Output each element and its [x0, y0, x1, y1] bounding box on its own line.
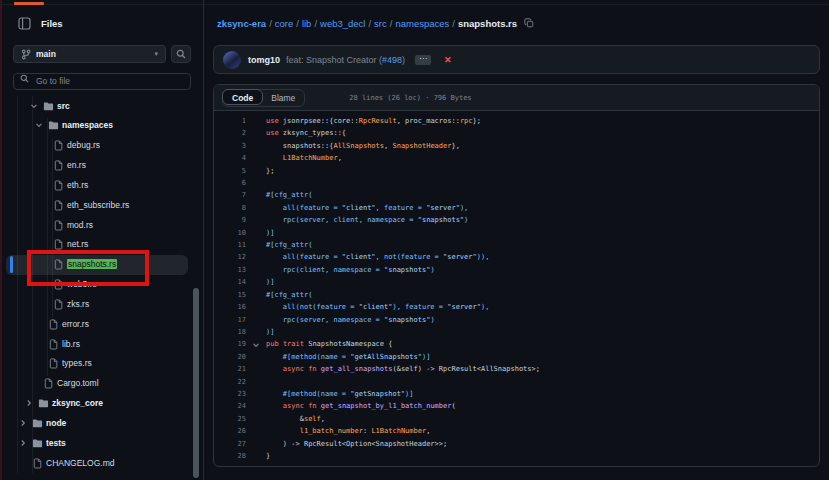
code-text: #[cfg_attr(	[266, 239, 312, 251]
code-line: 20 #[method(name = "getAllSnapshots")]	[214, 351, 819, 363]
avatar[interactable]	[223, 51, 241, 69]
tree-item-tests[interactable]: tests	[6, 433, 188, 453]
tree-item-eth-rs[interactable]: eth.rs	[6, 175, 188, 195]
copy-path-icon[interactable]	[524, 18, 534, 28]
line-number[interactable]: 11	[222, 239, 246, 251]
line-number[interactable]: 24	[222, 400, 246, 412]
tree-item-label: src	[57, 101, 70, 111]
tab-code[interactable]: Code	[222, 89, 263, 105]
line-number[interactable]: 16	[222, 301, 246, 313]
search-this-repo-button[interactable]	[171, 45, 191, 63]
file-icon	[53, 299, 64, 310]
tree-item-label: web3.rs	[67, 279, 97, 289]
ci-status-failed-icon[interactable]: ✕	[444, 55, 452, 65]
line-number[interactable]: 17	[222, 314, 246, 326]
tree-item-node[interactable]: node	[6, 414, 188, 434]
breadcrumb-separator: /	[314, 18, 317, 29]
pr-link[interactable]: #498	[382, 55, 402, 65]
tree-item-eth-subscribe-rs[interactable]: eth_subscribe.rs	[6, 195, 188, 215]
commit-message[interactable]: feat: Snapshot Creator (#498)	[286, 55, 405, 65]
line-number[interactable]: 6	[222, 177, 246, 189]
line-number[interactable]: 27	[222, 438, 246, 450]
line-number[interactable]: 13	[222, 264, 246, 276]
file-icon	[53, 259, 64, 270]
line-number[interactable]: 7	[222, 189, 246, 201]
line-number[interactable]: 26	[222, 425, 246, 437]
line-number[interactable]: 2	[222, 127, 246, 139]
line-number[interactable]: 14	[222, 276, 246, 288]
line-number[interactable]: 10	[222, 227, 246, 239]
line-number[interactable]: 21	[222, 363, 246, 375]
tree-item-web3-rs[interactable]: web3.rs	[6, 275, 188, 295]
code-text: )]	[266, 326, 274, 338]
line-number[interactable]: 20	[222, 351, 246, 363]
commit-details-button[interactable]: ⋯	[415, 55, 431, 65]
code-line: 26 l1_batch_number: L1BatchNumber,	[214, 425, 819, 437]
line-number[interactable]: 3	[222, 140, 246, 152]
tree-item-mod-rs[interactable]: mod.rs	[6, 215, 188, 235]
tree-item-zksync-core[interactable]: zksync_core	[6, 394, 188, 414]
file-icon	[32, 458, 43, 469]
fold-chevron-icon[interactable]	[246, 338, 266, 350]
file-icon	[53, 160, 64, 171]
code-text: }	[266, 450, 270, 462]
sidebar-scrollbar-thumb[interactable]	[193, 288, 199, 478]
tree-item-label: mod.rs	[67, 220, 93, 230]
branch-name: main	[36, 49, 149, 59]
tree-item-label: CHANGELOG.md	[46, 458, 115, 468]
tree-item-label: types.rs	[62, 358, 92, 368]
tab-blame[interactable]: Blame	[262, 90, 304, 106]
code-text: )]	[266, 227, 274, 239]
tree-item-namespaces[interactable]: namespaces	[6, 116, 188, 136]
line-number[interactable]: 9	[222, 214, 246, 226]
code-line: 23 #[method(name = "getSnapshot")]	[214, 388, 819, 400]
tree-item-debug-rs[interactable]: debug.rs	[6, 136, 188, 156]
tree-item-error-rs[interactable]: error.rs	[6, 314, 188, 334]
line-number[interactable]: 5	[222, 165, 246, 177]
tree-item-changelog-md[interactable]: CHANGELOG.md	[6, 453, 188, 473]
tree-item-src[interactable]: src	[6, 96, 188, 116]
breadcrumb-separator: /	[368, 18, 371, 29]
code-line: 16 all(not(feature = "client"), feature …	[214, 301, 819, 313]
tree-item-cargo-toml[interactable]: Cargo.toml	[6, 374, 188, 394]
code-text: #[method(name = "getSnapshot")]	[266, 388, 414, 400]
code-line: 7 #[cfg_attr(	[214, 189, 819, 201]
goto-file-input[interactable]	[13, 73, 191, 90]
breadcrumb: zksync-era/core/lib/web3_decl/src/namesp…	[217, 15, 534, 31]
code-text: snapshots::{AllSnapshots, SnapshotHeader…	[266, 140, 460, 152]
breadcrumb-link-src[interactable]: src	[374, 18, 387, 29]
collapse-sidebar-icon[interactable]	[17, 16, 32, 31]
breadcrumb-link-namespaces[interactable]: namespaces	[395, 18, 449, 29]
tree-item-zks-rs[interactable]: zks.rs	[6, 294, 188, 314]
code-line: 3 snapshots::{AllSnapshots, SnapshotHead…	[214, 140, 819, 152]
breadcrumb-link-core[interactable]: core	[275, 18, 293, 29]
tree-item-snapshots-rs[interactable]: snapshots.rs	[6, 255, 188, 275]
tree-item-net-rs[interactable]: net.rs	[6, 235, 188, 255]
line-number[interactable]: 1	[222, 115, 246, 127]
line-number[interactable]: 18	[222, 326, 246, 338]
line-number[interactable]: 22	[222, 376, 246, 388]
folder-icon	[38, 398, 49, 409]
breadcrumb-separator: /	[390, 18, 393, 29]
breadcrumb-link-lib[interactable]: lib	[302, 18, 312, 29]
file-icon	[53, 140, 64, 151]
tree-item-types-rs[interactable]: types.rs	[6, 354, 188, 374]
line-number[interactable]: 25	[222, 413, 246, 425]
line-number[interactable]: 23	[222, 388, 246, 400]
commit-author[interactable]: tomg10	[248, 55, 280, 65]
code-line: 5 };	[214, 165, 819, 177]
line-number[interactable]: 15	[222, 289, 246, 301]
line-number[interactable]: 4	[222, 152, 246, 164]
breadcrumb-link-web3_decl[interactable]: web3_decl	[320, 18, 365, 29]
code-text: L1BatchNumber,	[266, 152, 342, 164]
code-text: all(not(feature = "client"), feature = "…	[266, 301, 489, 313]
line-number[interactable]: 12	[222, 251, 246, 263]
line-number[interactable]: 28	[222, 450, 246, 462]
tree-item-en-rs[interactable]: en.rs	[6, 156, 188, 176]
line-number[interactable]: 8	[222, 202, 246, 214]
tree-item-lib-rs[interactable]: lib.rs	[6, 334, 188, 354]
file-icon	[48, 339, 59, 350]
branch-selector[interactable]: main ▾	[13, 45, 166, 63]
line-number[interactable]: 19	[222, 338, 246, 350]
breadcrumb-link-zksync-era[interactable]: zksync-era	[217, 18, 266, 29]
